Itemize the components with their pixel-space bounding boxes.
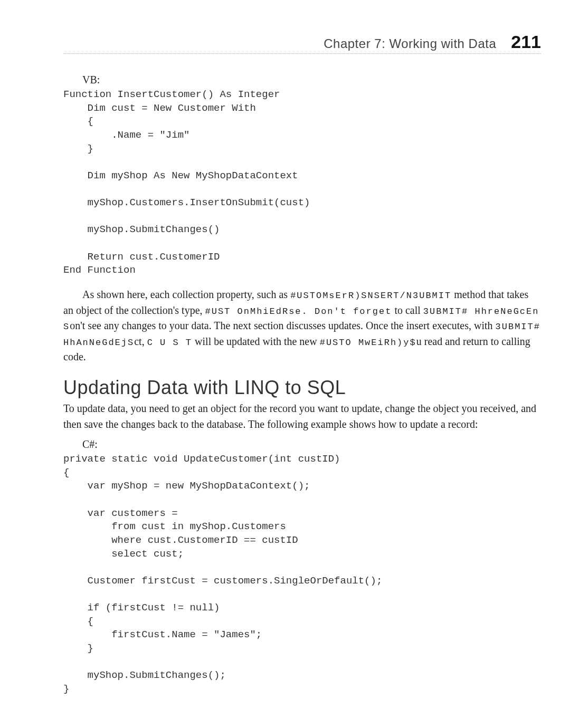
csharp-label: C#:: [82, 438, 541, 451]
code-cust: C U S T: [147, 338, 192, 348]
para1-f: will be updated with the new: [192, 336, 320, 347]
vb-code-block: Function InsertCustomer() As Integer Dim…: [63, 88, 541, 277]
section-heading: Updating Data with LINQ to SQL: [63, 377, 541, 399]
chapter-title: Chapter 7: Working with Data: [324, 36, 496, 51]
para1-a: As shown here, each collection property,…: [82, 289, 290, 300]
csharp-code-block: private static void UpdateCustomer(int c…: [63, 453, 541, 696]
code-customers-insert: #USTOMsErR)SNSERT/N3UBMIT: [290, 291, 451, 301]
para1-d: on't see any changes to your data. The n…: [70, 320, 495, 331]
code-customerid-which: #USTO MwEiRh)y$: [320, 338, 416, 348]
code-customer-case: #UST OnMhiEdRse. Don't forget: [205, 306, 392, 317]
para1-e: ct,: [134, 336, 147, 347]
page-header: Chapter 7: Working with Data 211: [63, 32, 541, 54]
update-intro-paragraph: To update data, you need to get an objec…: [63, 401, 541, 432]
vb-label: VB:: [82, 74, 541, 86]
page-number: 211: [511, 32, 541, 52]
explanation-paragraph: As shown here, each collection property,…: [63, 287, 541, 365]
para1-c: to call: [392, 304, 423, 316]
